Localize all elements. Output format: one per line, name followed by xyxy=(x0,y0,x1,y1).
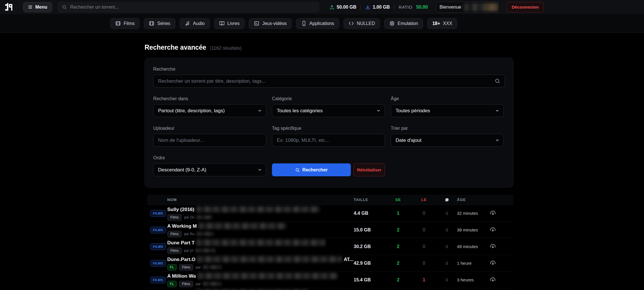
seeders-value: 2 xyxy=(385,261,411,266)
leechers-value: 0 xyxy=(411,244,437,249)
nav-emulation[interactable]: Emulation xyxy=(384,18,423,29)
film-icon xyxy=(115,21,121,26)
uploader[interactable]: par xyxy=(196,282,221,286)
category-badge[interactable]: FILMS xyxy=(150,277,166,283)
uploader-input[interactable] xyxy=(153,134,266,147)
topbar: Menu 50.00 GB 1.00 GB RATIO 50.00 Bienve… xyxy=(0,0,644,14)
table-row[interactable]: FILMS Dune.Part.OAT... FL Films par 42.9… xyxy=(147,255,513,272)
torrent-title[interactable]: A Million Wa xyxy=(167,273,196,279)
nav-jeux-videos[interactable]: Jeux-vidéos xyxy=(249,18,292,29)
comments-value: 0 xyxy=(437,244,457,249)
order-select[interactable]: Descendant (9-0, Z-A) xyxy=(153,163,266,176)
film-icon xyxy=(149,21,154,26)
sort-label: Trier par xyxy=(391,126,504,131)
comments-value: 0 xyxy=(437,211,457,216)
category-select[interactable]: Toutes les catégories xyxy=(272,104,385,117)
smartphone-icon xyxy=(301,21,307,26)
comments-icon[interactable] xyxy=(437,198,457,202)
header-name[interactable]: NOM xyxy=(167,198,354,202)
hamburger-icon xyxy=(28,5,33,9)
chevron-down-icon xyxy=(258,109,262,113)
tag-chip[interactable]: Films xyxy=(167,214,182,221)
logout-button[interactable]: Déconnexion xyxy=(507,2,544,12)
header-leechers[interactable]: LE xyxy=(411,198,437,202)
cpu-chip-icon xyxy=(389,21,395,26)
age-value: 1 heure xyxy=(457,261,484,266)
uploader[interactable]: par xyxy=(196,265,221,269)
menu-button[interactable]: Menu xyxy=(23,2,52,12)
seeders-value: 2 xyxy=(385,277,411,283)
order-label: Ordre xyxy=(153,155,266,161)
size-value: 4.4 GB xyxy=(354,211,385,216)
uploader[interactable]: par Ru xyxy=(184,232,214,236)
topbar-search-input[interactable] xyxy=(70,4,315,10)
freeleech-badge: FL xyxy=(167,264,177,270)
nav-livres[interactable]: Livres xyxy=(214,18,245,29)
table-row[interactable]: FILMS The Rip 202 FL Films par 2.3 GB 7 … xyxy=(147,288,513,290)
torrent-title[interactable]: Dune Part T xyxy=(167,240,194,245)
age-value: 39 minutes xyxy=(457,227,484,232)
table-row[interactable]: FILMS A Working M Films par Ru 15.0 GB 2… xyxy=(147,222,513,238)
download-torrent-icon[interactable] xyxy=(484,210,501,216)
category-badge[interactable]: FILMS xyxy=(150,210,166,217)
censored-title xyxy=(197,256,342,262)
reset-button[interactable]: Réinitialiser xyxy=(353,163,385,176)
category-badge[interactable]: FILMS xyxy=(150,243,166,250)
censored-uploader xyxy=(196,232,214,236)
tag-chip[interactable]: Films xyxy=(179,264,194,270)
tag-chip[interactable]: Films xyxy=(167,231,182,237)
search-icon xyxy=(295,168,300,172)
uploader[interactable]: par Oc xyxy=(184,215,212,219)
leechers-value: 0 xyxy=(411,227,437,233)
tag-input[interactable] xyxy=(272,134,385,147)
nav-nulled[interactable]: NULLED xyxy=(343,18,380,29)
table-row[interactable]: FILMS Dune Part T Films par [A 30.2 GB 2… xyxy=(147,238,513,255)
header-seeders[interactable]: SE xyxy=(385,198,411,202)
age-label: Âge xyxy=(391,96,504,101)
download-torrent-icon[interactable] xyxy=(484,277,501,283)
advanced-search-input[interactable] xyxy=(153,75,505,88)
uploader[interactable]: par [A xyxy=(184,249,215,253)
table-row[interactable]: FILMS A Million Wa FL Films par 15.4 GB … xyxy=(147,272,513,288)
seeders-value: 1 xyxy=(385,211,411,216)
sort-select[interactable]: Date d'ajout xyxy=(391,134,504,147)
torrent-title[interactable]: Sully (2016) xyxy=(167,207,194,212)
censored-uploader xyxy=(203,282,221,286)
torrent-title[interactable]: A Working M xyxy=(167,223,197,229)
download-torrent-icon[interactable] xyxy=(484,243,501,250)
table-row[interactable]: FILMS Sully (2016) Films par Oc 4.4 GB 1… xyxy=(147,205,513,222)
chevron-down-icon xyxy=(376,109,381,113)
nav-series[interactable]: Séries xyxy=(144,18,175,29)
search-in-select[interactable]: Partout (titre, description, tags) xyxy=(153,104,266,117)
seeders-value: 2 xyxy=(385,244,411,249)
table-body: FILMS Sully (2016) Films par Oc 4.4 GB 1… xyxy=(147,205,513,290)
size-value: 15.4 GB xyxy=(354,277,385,283)
download-torrent-icon[interactable] xyxy=(484,227,501,233)
header-age[interactable]: ÂGE xyxy=(457,198,484,202)
category-badge[interactable]: FILMS xyxy=(150,227,166,233)
welcome-chip[interactable]: Bienvenue xyxy=(436,2,502,13)
tag-chip[interactable]: Films xyxy=(167,248,182,254)
divider xyxy=(394,5,394,10)
nav-audio[interactable]: Audio xyxy=(180,18,210,29)
censored-title xyxy=(196,239,325,246)
seeders-value: 2 xyxy=(385,227,411,233)
torrent-title[interactable]: Dune.Part.O xyxy=(167,257,195,262)
site-logo-icon[interactable] xyxy=(4,2,14,12)
header-size[interactable]: TAILLE xyxy=(354,198,385,202)
search-label: Recherche xyxy=(153,67,505,72)
nav-films[interactable]: Films xyxy=(110,18,140,29)
search-submit-button[interactable]: Rechercher xyxy=(272,163,351,176)
category-badge[interactable]: FILMS xyxy=(150,260,166,267)
censored-uploader xyxy=(196,215,212,219)
tag-label: Tag spécifique xyxy=(272,126,385,131)
open-book-icon xyxy=(219,21,225,26)
tag-chip[interactable]: Films xyxy=(179,281,194,287)
upload-icon xyxy=(329,5,334,10)
age-select[interactable]: Toutes périodes xyxy=(391,104,504,117)
game-console-icon xyxy=(254,21,259,26)
table-header: NOM TAILLE SE LE ÂGE xyxy=(147,195,513,205)
nav-applications[interactable]: Applications xyxy=(296,18,339,29)
nav-xxx[interactable]: 18+ XXX xyxy=(427,18,457,29)
download-torrent-icon[interactable] xyxy=(484,260,501,266)
